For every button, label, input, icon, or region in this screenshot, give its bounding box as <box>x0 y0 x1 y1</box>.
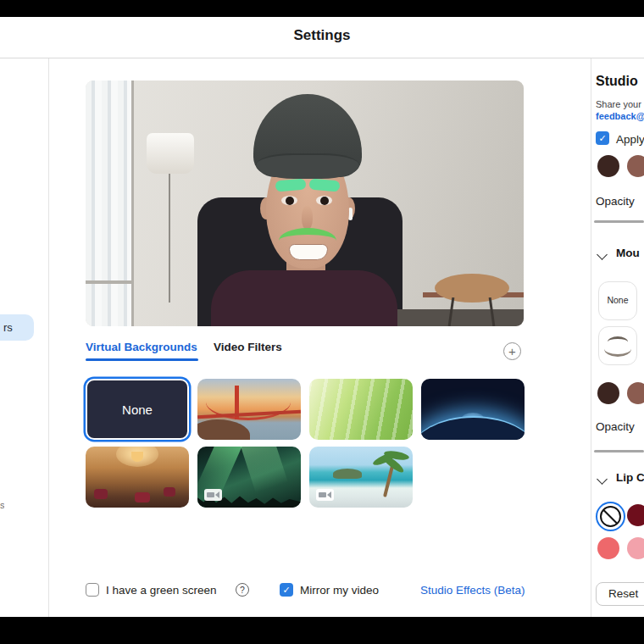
panel-divider <box>594 450 644 452</box>
moustache-glyph-icon <box>604 341 631 357</box>
background-thumb-northern-lights[interactable] <box>197 447 301 508</box>
eye <box>320 197 329 205</box>
background-thumb-none[interactable]: None <box>86 379 189 440</box>
checkmark-icon: ✓ <box>282 585 290 595</box>
background-thumb-hotel-lobby[interactable] <box>86 447 189 508</box>
opacity-label: Opacity <box>596 195 635 208</box>
aurora-beam <box>239 447 288 493</box>
video-camera-icon <box>204 489 222 501</box>
eyebrow-color-swatch-dark[interactable] <box>597 155 619 177</box>
video-preview <box>86 80 524 326</box>
island <box>333 469 362 479</box>
lip-color-swatch-coral[interactable] <box>597 537 619 559</box>
moustache-none-label: None <box>599 295 636 305</box>
background-thumb-beach[interactable] <box>309 447 413 508</box>
mirror-video-label: Mirror my video <box>300 584 379 597</box>
opacity-label: Opacity <box>596 420 635 433</box>
active-tab-underline <box>86 358 198 361</box>
bottom-letterbox <box>0 617 644 644</box>
floor-lamp-shade <box>147 133 194 174</box>
background-thumb-golden-gate[interactable] <box>197 379 301 440</box>
smile <box>289 244 328 260</box>
moustache-color-swatch-brown[interactable] <box>627 382 644 404</box>
window-frame-bar <box>86 280 131 284</box>
chandelier <box>131 452 143 462</box>
earth-horizon <box>421 416 525 440</box>
lip-color-none-selected[interactable] <box>600 506 621 527</box>
apply-checkbox[interactable]: ✓ <box>596 131 609 145</box>
green-screen-checkbox[interactable] <box>86 583 99 597</box>
eye <box>286 197 294 205</box>
turtleneck-sweater <box>211 270 397 326</box>
nose <box>302 206 313 230</box>
add-background-button[interactable]: + <box>503 342 521 360</box>
lip-color-swatch-maroon[interactable] <box>627 504 644 526</box>
video-camera-icon <box>316 489 334 501</box>
room-window <box>86 80 134 326</box>
settings-window: Settings rs s Vi <box>0 0 644 644</box>
eyebrow-color-swatch-brown[interactable] <box>627 155 644 177</box>
lip-color-section-title: Lip C <box>616 471 644 484</box>
floor-lamp-pole <box>169 174 170 303</box>
background-thumb-grass[interactable] <box>309 379 413 440</box>
plus-icon: + <box>508 344 516 358</box>
red-chair <box>94 489 108 499</box>
window-title: Settings <box>0 27 644 44</box>
moustache-option-handlebar[interactable] <box>598 326 637 365</box>
checkmark-icon: ✓ <box>598 133 606 143</box>
background-none-label: None <box>122 402 153 417</box>
share-feedback-text: Share your <box>596 99 641 109</box>
reset-button[interactable]: Reset <box>596 582 644 606</box>
sidebar-item-label: rs <box>3 321 13 334</box>
prohibition-icon <box>602 509 618 525</box>
tab-video-filters[interactable]: Video Filters <box>214 341 282 353</box>
wooden-stool <box>435 274 509 303</box>
settings-sidebar: rs s <box>0 58 49 617</box>
red-chair <box>135 492 150 502</box>
moustache-color-swatch-dark[interactable] <box>597 382 619 404</box>
lip-color-swatch-pink[interactable] <box>627 537 644 559</box>
moustache-section-title: Mou <box>616 247 640 259</box>
background-thumb-earth[interactable] <box>421 379 525 440</box>
green-screen-label: I have a green screen <box>106 584 217 597</box>
room-floor <box>391 309 524 326</box>
tab-virtual-backgrounds[interactable]: Virtual Backgrounds <box>86 341 197 353</box>
moustache-option-none[interactable]: None <box>598 281 637 320</box>
sidebar-item-background-filters[interactable]: rs <box>0 314 34 341</box>
red-chair <box>164 487 175 497</box>
feedback-email-link[interactable]: feedback@ <box>596 111 644 121</box>
sidebar-item-partial[interactable]: s <box>0 500 4 511</box>
shore-rocks <box>197 419 250 440</box>
apply-label: Apply <box>616 133 644 146</box>
mirror-video-checkbox[interactable]: ✓ <box>280 583 293 597</box>
studio-panel-title: Studio <box>596 74 638 89</box>
studio-effects-link[interactable]: Studio Effects (Beta) <box>420 584 525 597</box>
beanie-fold <box>256 153 359 179</box>
panel-divider <box>594 220 644 223</box>
question-mark-icon[interactable]: ? <box>236 583 249 597</box>
